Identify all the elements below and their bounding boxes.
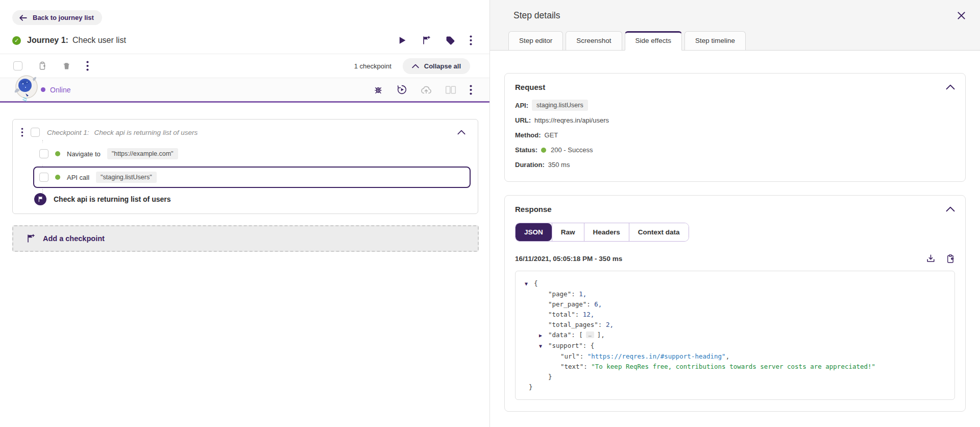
journey-title: Check user list bbox=[72, 36, 126, 45]
tag-icon bbox=[446, 36, 455, 45]
tab-screenshot[interactable]: Screenshot bbox=[566, 31, 622, 50]
journey-menu-button[interactable] bbox=[470, 35, 472, 45]
add-checkpoint-flag-button[interactable] bbox=[421, 35, 431, 45]
split-view-button[interactable] bbox=[445, 85, 456, 94]
response-tab-raw[interactable]: Raw bbox=[552, 223, 584, 241]
download-icon bbox=[926, 254, 936, 264]
debug-button[interactable] bbox=[373, 85, 383, 95]
response-tab-headers[interactable]: Headers bbox=[584, 223, 629, 241]
kebab-menu-icon bbox=[470, 85, 472, 95]
json-key: "support" bbox=[548, 342, 583, 349]
json-token: } bbox=[548, 373, 552, 381]
tab-step-editor[interactable]: Step editor bbox=[508, 31, 563, 50]
step-action-label: API call bbox=[67, 174, 89, 181]
json-key: "data" bbox=[548, 331, 571, 339]
bug-icon bbox=[373, 85, 383, 95]
json-string-url: "https://reqres.in/#support-heading" bbox=[587, 352, 726, 360]
checkpoint-checkbox[interactable] bbox=[31, 128, 40, 137]
step-row-navigate[interactable]: Navigate to "https://example.com" bbox=[33, 143, 471, 164]
json-token: : bbox=[575, 311, 583, 318]
back-to-journey-list-button[interactable]: Back to journey list bbox=[12, 10, 102, 25]
flag-plus-icon bbox=[421, 35, 431, 45]
step-action-label: Navigate to bbox=[67, 150, 101, 158]
expand-collapse-icon[interactable]: ▶ bbox=[539, 330, 548, 341]
json-token: : bbox=[583, 363, 591, 370]
add-checkpoint-label: Add a checkpoint bbox=[43, 234, 105, 243]
json-number: 1, bbox=[579, 290, 586, 298]
download-response-button[interactable] bbox=[926, 254, 936, 264]
select-all-checkbox[interactable] bbox=[13, 61, 22, 70]
response-format-tabs: JSON Raw Headers Context data bbox=[515, 223, 689, 242]
step-details-panel: Step details Step editor Screenshot Side… bbox=[489, 0, 980, 427]
close-panel-button[interactable] bbox=[954, 8, 969, 23]
json-key: "total" bbox=[548, 311, 575, 318]
step-row-api-call[interactable]: API call "staging.listUsers" bbox=[33, 167, 471, 188]
online-status-dot bbox=[41, 87, 45, 92]
json-number: 2, bbox=[606, 321, 614, 328]
step-status-dot bbox=[55, 151, 60, 156]
json-string-text: "To keep ReqRes free, contributions towa… bbox=[591, 363, 875, 370]
journey-label: Journey 1: bbox=[27, 36, 68, 45]
tab-side-effects[interactable]: Side effects bbox=[625, 31, 682, 51]
response-card: Response JSON Raw Headers Context data 1… bbox=[504, 195, 966, 412]
kebab-menu-icon bbox=[21, 128, 23, 137]
checkpoint-drag-menu-button[interactable] bbox=[21, 128, 23, 137]
json-key: "text" bbox=[560, 363, 583, 370]
delete-button[interactable] bbox=[62, 61, 71, 70]
json-token: : bbox=[580, 352, 587, 360]
replay-history-button[interactable] bbox=[397, 84, 407, 95]
step-checkbox[interactable] bbox=[39, 173, 48, 182]
kebab-menu-icon bbox=[86, 61, 89, 71]
checkpoint-label: Checkpoint 1: bbox=[47, 129, 89, 136]
history-play-icon bbox=[397, 84, 407, 95]
request-collapse-button[interactable] bbox=[946, 84, 955, 90]
status-success-dot bbox=[541, 148, 546, 153]
cloud-upload-button[interactable] bbox=[421, 85, 432, 95]
checkpoint-count: 1 checkpoint bbox=[354, 62, 391, 70]
response-tab-json[interactable]: JSON bbox=[516, 223, 552, 241]
journey-panel: Back to journey list ✓ Journey 1: Check … bbox=[0, 0, 489, 427]
app-root: Back to journey list ✓ Journey 1: Check … bbox=[0, 0, 980, 427]
add-checkpoint-button[interactable]: Add a checkpoint bbox=[12, 225, 479, 252]
response-timestamp: 16/11/2021, 05:05:18 PM - 350 ms bbox=[515, 255, 622, 263]
expand-collapse-icon[interactable]: ▼ bbox=[539, 341, 548, 351]
close-icon bbox=[956, 10, 967, 21]
checkpoint-title: Check api is returning list of users bbox=[94, 129, 198, 136]
session-status-bar: Online bbox=[0, 78, 489, 103]
checkpoint-assertion[interactable]: Check api is returning list of users bbox=[34, 193, 473, 205]
response-tab-context-data[interactable]: Context data bbox=[629, 223, 689, 241]
json-token: ], bbox=[597, 331, 605, 339]
cloud-upload-icon bbox=[421, 85, 432, 95]
selection-menu-button[interactable] bbox=[86, 61, 89, 71]
request-card: Request API: staging.listUsers URL: http… bbox=[504, 73, 966, 182]
response-title: Response bbox=[515, 205, 552, 214]
kebab-menu-icon bbox=[470, 35, 472, 45]
response-collapse-button[interactable] bbox=[946, 206, 955, 212]
tab-step-timeline[interactable]: Step timeline bbox=[684, 31, 746, 50]
method-label: Method: bbox=[515, 131, 541, 139]
chevron-up-icon bbox=[946, 84, 955, 90]
avatar bbox=[13, 73, 40, 102]
checkpoint-card: Checkpoint 1:Check api is returning list… bbox=[12, 119, 478, 214]
api-label: API: bbox=[515, 102, 528, 109]
collapsed-array-ellipsis[interactable]: … bbox=[586, 331, 594, 338]
duplicate-button[interactable] bbox=[38, 61, 47, 70]
status-menu-button[interactable] bbox=[470, 85, 472, 95]
step-checkbox[interactable] bbox=[39, 149, 48, 158]
duration-value: 350 ms bbox=[548, 161, 570, 169]
clipboard-icon bbox=[38, 61, 47, 70]
json-token: : bbox=[571, 290, 579, 298]
copy-response-button[interactable] bbox=[946, 254, 955, 264]
chevron-up-icon bbox=[457, 130, 465, 135]
tag-button[interactable] bbox=[446, 36, 455, 45]
collapse-all-button[interactable]: Collapse all bbox=[403, 58, 470, 74]
trash-icon bbox=[62, 61, 71, 70]
method-value: GET bbox=[545, 131, 558, 139]
play-icon bbox=[397, 35, 407, 45]
back-button-label: Back to journey list bbox=[33, 14, 94, 21]
checkpoint-collapse-button[interactable] bbox=[457, 130, 465, 135]
json-key: "page" bbox=[548, 290, 571, 298]
expand-collapse-icon[interactable]: ▼ bbox=[525, 279, 534, 289]
flag-plus-icon bbox=[26, 233, 36, 244]
run-journey-button[interactable] bbox=[397, 35, 407, 45]
